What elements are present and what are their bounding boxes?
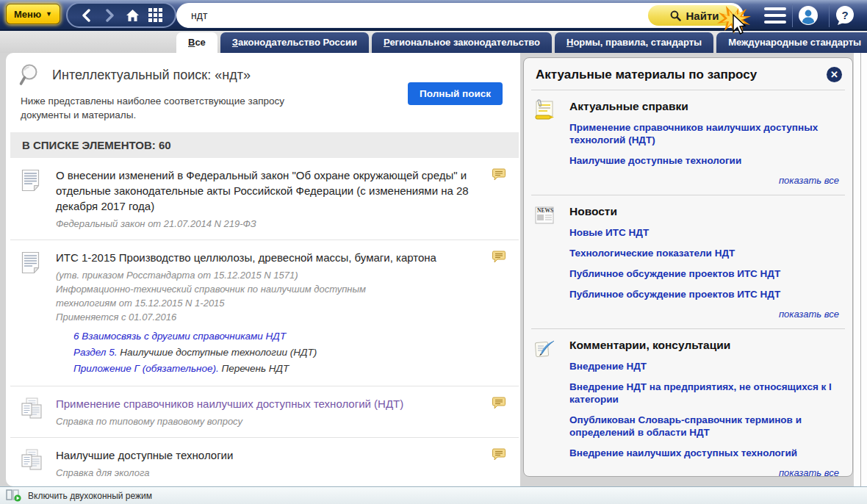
panel-link[interactable]: Публичное обсуждение проектов ИТС НДТ bbox=[569, 267, 841, 280]
result-row[interactable]: О внесении изменений в Федеральный закон… bbox=[10, 158, 519, 240]
result-meta: (утв. приказом Росстандарта от 15.12.201… bbox=[56, 268, 486, 324]
comment-icon[interactable] bbox=[492, 397, 506, 412]
document-icon bbox=[21, 251, 40, 274]
comment-icon[interactable] bbox=[492, 251, 506, 266]
panel-link[interactable]: Внедрение наилучших доступных технологий bbox=[569, 447, 841, 459]
hamburger-icon[interactable] bbox=[764, 7, 786, 24]
panel-section-references: Актуальные справки Применение справочник… bbox=[524, 90, 852, 195]
user-avatar-icon[interactable] bbox=[798, 5, 819, 26]
page-title: Интеллектуальный поиск: «ндт» bbox=[52, 68, 251, 83]
comment-icon[interactable] bbox=[492, 168, 506, 184]
panel-link[interactable]: Применение справочников наилучших доступ… bbox=[569, 121, 841, 146]
result-meta: Федеральный закон от 21.07.2014 N 219-ФЗ bbox=[56, 217, 486, 231]
copies-icon bbox=[21, 397, 43, 421]
comment-icon[interactable] bbox=[492, 448, 506, 464]
result-meta: Справка по типовому правовому вопросу bbox=[56, 414, 486, 428]
search-results-card: Интеллектуальный поиск: «ндт» Ниже предс… bbox=[6, 53, 520, 486]
panel-title: Актуальные материалы по запросу bbox=[536, 68, 757, 82]
tab-international-standards[interactable]: Международные стандарты bbox=[716, 32, 867, 53]
result-row[interactable]: Применение справочников наилучших доступ… bbox=[10, 386, 519, 438]
result-sublink[interactable]: Раздел 5. bbox=[73, 347, 117, 358]
related-materials-panel: Актуальные материалы по запросу ✕ Актуал… bbox=[523, 57, 853, 477]
news-icon: NEWS bbox=[533, 204, 555, 229]
result-meta: Справка для эколога bbox=[56, 466, 486, 480]
panel-link[interactable]: Внедрение НДТ на предприятиях, не относя… bbox=[569, 381, 841, 406]
show-all-link[interactable]: показать все bbox=[569, 467, 839, 477]
find-button[interactable]: Найти bbox=[648, 5, 741, 26]
toolbar-divider bbox=[829, 4, 830, 27]
close-icon[interactable]: ✕ bbox=[827, 67, 842, 82]
magnifier-icon bbox=[19, 63, 43, 87]
navigation-group bbox=[66, 2, 176, 28]
result-title[interactable]: Применение справочников наилучших доступ… bbox=[56, 396, 486, 411]
panel-link[interactable]: Новые ИТС НДТ bbox=[569, 226, 841, 239]
full-search-button[interactable]: Полный поиск bbox=[408, 82, 503, 105]
panel-link[interactable]: Опубликован Словарь-справочник терминов … bbox=[569, 414, 841, 439]
quill-comment-icon bbox=[533, 338, 555, 363]
forward-icon[interactable] bbox=[101, 8, 118, 23]
panel-link[interactable]: Внедрение НДТ bbox=[569, 360, 841, 372]
panel-link[interactable]: Наилучшие доступные технологии bbox=[569, 154, 841, 167]
top-toolbar: Меню ▼ Найти bbox=[0, 0, 867, 31]
dual-window-icon[interactable] bbox=[6, 489, 22, 502]
apps-grid-icon[interactable] bbox=[148, 8, 164, 23]
tab-russia-legislation[interactable]: Законодательство России bbox=[220, 32, 369, 53]
panel-section-title: Комментарии, консультации bbox=[569, 339, 841, 352]
svg-text:?: ? bbox=[841, 9, 848, 21]
result-sublink[interactable]: Приложение Г (обязательное). bbox=[73, 363, 219, 374]
tab-regional-legislation[interactable]: Региональное законодательство bbox=[372, 32, 552, 53]
panel-section-title: Новости bbox=[569, 205, 841, 218]
list-count-header: В СПИСКЕ ЭЛЕМЕНТОВ: 60 bbox=[10, 132, 519, 158]
tab-all[interactable]: Все bbox=[176, 32, 217, 53]
copies-icon bbox=[21, 449, 43, 472]
help-icon[interactable]: ? bbox=[835, 5, 855, 26]
show-all-link[interactable]: показать все bbox=[569, 175, 839, 186]
page-subtitle: Ниже представлены наиболее соответствующ… bbox=[21, 94, 329, 122]
find-button-label: Найти bbox=[686, 10, 719, 22]
panel-link[interactable]: Публичное обсуждение проектов ИТС НДТ bbox=[569, 288, 841, 300]
tabs-row: Все Законодательство России Региональное… bbox=[0, 31, 867, 53]
result-title[interactable]: О внесении изменений в Федеральный закон… bbox=[56, 168, 486, 214]
reference-note-icon bbox=[533, 99, 555, 124]
panel-section-comments: Комментарии, консультации Внедрение НДТ … bbox=[524, 329, 852, 477]
home-icon[interactable] bbox=[125, 8, 141, 23]
result-title[interactable]: ИТС 1-2015 Производство целлюлозы, древе… bbox=[56, 250, 486, 265]
result-row[interactable]: Наилучшие доступные технологии Справка д… bbox=[10, 438, 519, 486]
result-sublinks: 6 Взаимосвязь с другими справочниками НД… bbox=[73, 328, 486, 377]
menu-button-label: Меню bbox=[14, 9, 41, 20]
scrollbar[interactable] bbox=[854, 53, 867, 486]
panel-section-news: NEWS Новости Новые ИТС НДТ Технологическ… bbox=[524, 195, 852, 328]
result-row[interactable]: ИТС 1-2015 Производство целлюлозы, древе… bbox=[10, 240, 519, 386]
tab-norms-standards[interactable]: Нормы, правила, стандарты bbox=[555, 32, 713, 53]
menu-button[interactable]: Меню ▼ bbox=[6, 4, 60, 24]
back-icon[interactable] bbox=[79, 8, 95, 23]
panel-link[interactable]: Технологические показатели НДТ bbox=[569, 247, 841, 259]
document-icon bbox=[21, 169, 40, 192]
svg-text:NEWS: NEWS bbox=[537, 207, 553, 214]
panel-section-title: Актуальные справки bbox=[569, 100, 841, 113]
result-sublink[interactable]: 6 Взаимосвязь с другими справочниками НД… bbox=[73, 331, 286, 342]
show-all-link[interactable]: показать все bbox=[569, 309, 839, 320]
toolbar-divider bbox=[792, 4, 793, 27]
status-label[interactable]: Включить двухоконный режим bbox=[28, 491, 152, 501]
menu-caret-icon: ▼ bbox=[46, 10, 52, 18]
result-title[interactable]: Наилучшие доступные технологии bbox=[56, 447, 486, 463]
search-icon bbox=[670, 10, 681, 21]
status-bar: Включить двухоконный режим bbox=[0, 486, 867, 504]
